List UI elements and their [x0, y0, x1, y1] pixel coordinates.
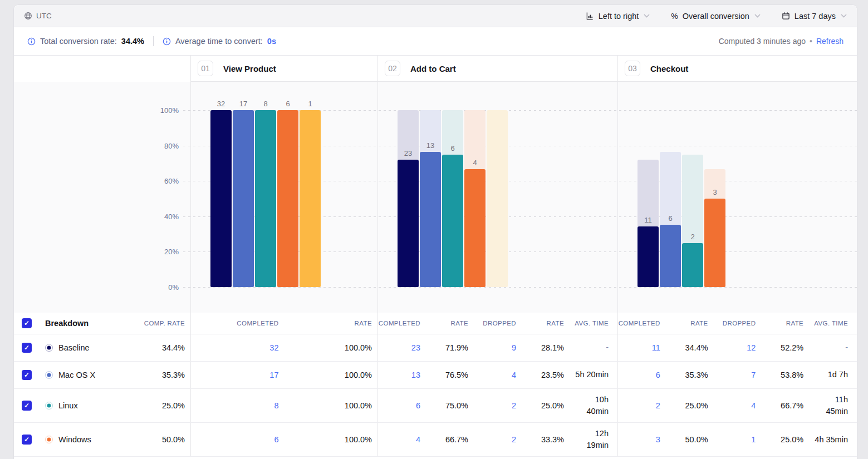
metric-link[interactable]: 6 [618, 371, 666, 379]
avg-time-value[interactable]: 0s [267, 37, 276, 46]
chevron-down-icon [754, 14, 761, 18]
bar-value-label: 32 [210, 100, 232, 108]
funnel-bar-Mac OS X[interactable] [660, 225, 681, 287]
metric-value: 53.8% [761, 371, 809, 379]
metric-link[interactable]: 23 [378, 343, 426, 352]
table-header-row: ✓ Breakdown COMP. RATE COMPLETEDRATE COM… [14, 313, 857, 334]
metric-link[interactable]: 1 [714, 435, 762, 444]
metric-link[interactable]: 11 [618, 343, 666, 352]
step-title: View Product [223, 64, 276, 73]
step-plot-2: 231364 [378, 82, 617, 313]
breakdown-rows: ✓Baseline34.4%32100.0%2371.9%928.1%-1134… [14, 334, 857, 457]
metric-link[interactable]: 8 [191, 401, 285, 410]
metric-link[interactable]: 32 [191, 343, 285, 352]
funnel-bar-series-5[interactable] [300, 110, 321, 287]
metric-link[interactable]: 6 [378, 401, 426, 410]
table-row: ✓Windows50.0%6100.0%466.7%233.3%12h 19mi… [14, 423, 857, 457]
y-axis: 100%80%60%40%20%0% [14, 82, 179, 313]
step-header-row: 01 View Product 02 Add to Cart 03 Checko… [14, 56, 857, 82]
refresh-link[interactable]: Refresh [816, 37, 844, 46]
metric-link[interactable]: 12 [714, 343, 762, 352]
metric-value: 52.2% [761, 343, 809, 352]
row-checkbox[interactable]: ✓ [22, 435, 32, 445]
funnel-bar-Windows[interactable] [704, 199, 725, 287]
metric-value: 1d 7h [809, 364, 857, 386]
bar-value-label: 3 [704, 188, 725, 196]
metric-link[interactable]: 2 [474, 401, 522, 410]
funnel-bar-Windows[interactable] [464, 169, 486, 287]
funnel-bar-Mac OS X[interactable] [420, 152, 441, 287]
direction-dropdown[interactable]: Left to right [586, 12, 650, 21]
funnel-bar-Windows[interactable] [277, 110, 298, 287]
percent-icon: % [671, 12, 678, 21]
bar-value-label: 13 [420, 141, 441, 150]
breakdown-cell: ✓Linux25.0% [14, 389, 190, 422]
column-header: RATE [426, 313, 474, 334]
metric-link[interactable]: 4 [378, 435, 426, 444]
metric-link[interactable]: 6 [191, 435, 285, 444]
metric-link[interactable]: 7 [714, 371, 762, 379]
y-axis-label: 20% [164, 248, 179, 256]
column-header: AVG. TIME [570, 313, 617, 334]
chevron-down-icon [841, 14, 847, 18]
funnel-panel: UTC Left to right % Overall conversion [13, 4, 857, 459]
info-icon [163, 37, 171, 46]
info-icon [27, 37, 36, 46]
step-cells: 350.0%125.0%4h 35min [617, 423, 857, 456]
bar-value-label: 4 [464, 159, 486, 167]
series-color-dot [45, 436, 53, 443]
metric-value: 76.5% [426, 371, 474, 379]
metric-link[interactable]: 2 [618, 401, 666, 410]
funnel-bar-Baseline[interactable] [637, 226, 659, 287]
step-plot-1: 3217861 [191, 82, 377, 313]
row-checkbox[interactable]: ✓ [22, 370, 32, 380]
funnel-bar-Baseline[interactable] [210, 110, 232, 287]
breakdown-name: Windows [58, 435, 91, 444]
y-axis-label: 40% [164, 212, 179, 220]
metric-value: 10h 40min [570, 389, 617, 422]
date-range-label: Last 7 days [795, 12, 836, 21]
step1-column-headers: COMPLETEDRATE [190, 313, 377, 334]
faded-bar-series-5 [487, 110, 508, 287]
step-header-2: 02 Add to Cart [377, 56, 617, 82]
metric-link[interactable]: 3 [618, 435, 666, 444]
metric-link[interactable]: 4 [714, 401, 762, 410]
timezone-button[interactable]: UTC [24, 12, 52, 20]
metric-value: 34.4% [666, 343, 714, 352]
funnel-bar-Linux[interactable] [682, 243, 703, 288]
total-conversion-label: Total conversion rate: [40, 37, 117, 46]
bar-value-label: 6 [277, 100, 298, 108]
metric-link[interactable]: 4 [474, 371, 522, 379]
funnel-bar-Mac OS X[interactable] [233, 110, 254, 287]
metric-dropdown[interactable]: % Overall conversion [671, 12, 761, 21]
funnel-bar-Linux[interactable] [442, 155, 463, 288]
metric-value: 100.0% [285, 343, 378, 352]
bar-chart-icon [586, 12, 594, 20]
metric-value: 71.9% [426, 343, 474, 352]
metric-link[interactable]: 17 [191, 371, 285, 379]
funnel-bar-Baseline[interactable] [398, 160, 419, 287]
comp-rate-value: 25.0% [78, 401, 190, 410]
step-cells: 225.0%466.7%11h 45min [617, 389, 857, 422]
step-cells: 8100.0% [190, 389, 377, 422]
row-checkbox[interactable]: ✓ [22, 401, 32, 411]
step-title: Add to Cart [410, 64, 456, 73]
metric-link[interactable]: 13 [378, 371, 426, 379]
metric-value: 33.3% [522, 435, 570, 444]
metric-value: 50.0% [666, 435, 714, 444]
date-range-dropdown[interactable]: Last 7 days [782, 12, 847, 21]
metric-link[interactable]: 2 [474, 435, 522, 444]
step-cells: 32100.0% [190, 334, 377, 361]
row-checkbox[interactable]: ✓ [22, 343, 32, 353]
bar-value-label: 17 [233, 100, 254, 108]
step-number-badge: 01 [198, 61, 213, 76]
bar-value-label: 8 [255, 100, 276, 108]
step-title: Checkout [650, 64, 688, 73]
metric-link[interactable]: 9 [474, 343, 522, 352]
column-header: RATE [522, 313, 570, 334]
breakdown-name: Linux [58, 401, 78, 410]
step-cells: 635.3%753.8%1d 7h [617, 362, 857, 388]
metric-value: 28.1% [522, 343, 570, 352]
funnel-bar-Linux[interactable] [255, 110, 276, 287]
select-all-checkbox[interactable]: ✓ [22, 318, 32, 328]
